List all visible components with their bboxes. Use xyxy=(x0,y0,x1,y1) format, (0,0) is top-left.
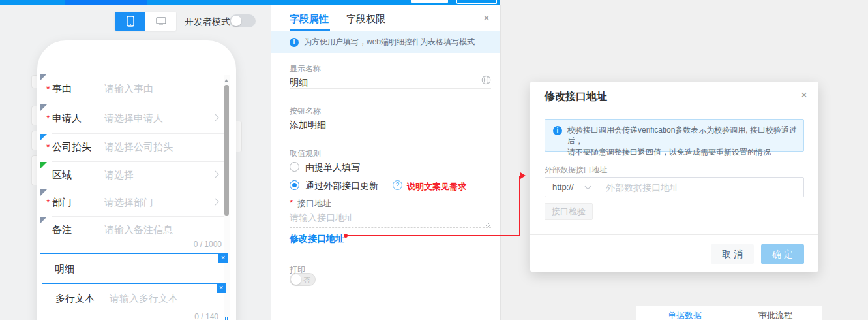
button-name-label: 按钮名称 xyxy=(290,106,321,117)
top-publish-button[interactable] xyxy=(456,0,497,4)
panel-close-icon[interactable]: × xyxy=(483,12,490,25)
active-tab-underline xyxy=(290,29,330,31)
field-row-quyu[interactable]: 区域 请选择 xyxy=(40,162,230,189)
detail-title-row[interactable]: 明细 xyxy=(40,254,227,283)
dialog-info-box: i 校验接口调用会传递verification参数表示为校验调用, 接口校验通过… xyxy=(545,119,804,152)
radio-filled-by-submitter[interactable] xyxy=(290,162,299,172)
dialog-close-icon[interactable]: × xyxy=(801,89,807,102)
developer-mode-label: 开发者模式 xyxy=(185,16,230,28)
field-placeholder: 请选择部门 xyxy=(104,197,153,209)
field-label: 申请人 xyxy=(52,112,82,125)
chevron-down-icon xyxy=(585,184,591,190)
toggle-off-text: 否 xyxy=(303,276,310,285)
field-placeholder: 请输入备注信息 xyxy=(104,224,173,236)
remove-field-button[interactable]: × xyxy=(218,253,228,263)
info-line-2: 请不要随意调整接口返回值，以免造成需要重新设置的情况 xyxy=(567,147,803,158)
scrollbar[interactable] xyxy=(224,75,230,317)
field-label: 事由 xyxy=(52,83,72,95)
remove-field-button[interactable]: × xyxy=(217,283,226,293)
field-marker xyxy=(40,189,47,196)
app-stage: 开发者模式 * 事由 请输入事由 * 申请人 请选择申请人 * 公司抬头 请选择… xyxy=(0,0,868,320)
print-toggle[interactable]: 否 xyxy=(290,273,316,286)
field-row-shiyou[interactable]: * 事由 请输入事由 xyxy=(40,74,230,104)
radio-label[interactable]: 通过外部接口更新 xyxy=(305,180,378,192)
developer-mode-toggle[interactable] xyxy=(230,14,256,27)
field-row-gongsitaitou[interactable]: * 公司抬头 请选择公司抬头 xyxy=(40,134,230,162)
question-help-icon[interactable]: ? xyxy=(393,180,402,190)
phone-side-button xyxy=(31,155,37,185)
display-name-input[interactable]: 明细 xyxy=(290,77,308,89)
dialog-footer-divider xyxy=(530,234,818,235)
tab-field-permissions[interactable]: 字段权限 xyxy=(346,13,385,25)
tab-form-data[interactable]: 单据数据 xyxy=(668,310,702,320)
external-api-input[interactable]: http:// 外部数据接口地址 xyxy=(545,177,804,197)
properties-panel: 字段属性 字段权限 × i 为方便用户填写，web端明细控件为表格填写模式 显示… xyxy=(271,5,501,320)
divider xyxy=(290,131,491,131)
textarea-bottom-border xyxy=(290,227,491,228)
annotation-arrow-line-vertical xyxy=(519,176,520,236)
protocol-value: http:// xyxy=(552,182,574,192)
field-label: 部门 xyxy=(52,197,72,209)
required-asterisk: * xyxy=(46,142,50,152)
field-row-bumen[interactable]: * 部门 请选择部门 xyxy=(40,189,230,217)
globe-icon[interactable] xyxy=(481,75,491,85)
phone-side-button xyxy=(31,131,37,150)
required-asterisk: * xyxy=(46,113,50,123)
monitor-icon xyxy=(156,17,166,25)
mobile-view-button[interactable] xyxy=(115,12,145,31)
api-verify-button[interactable]: 接口检验 xyxy=(545,203,593,220)
tab-approval-flow[interactable]: 审批流程 xyxy=(758,310,792,320)
field-label: 多行文本 xyxy=(55,293,95,305)
field-label: 公司抬头 xyxy=(52,141,91,153)
input-placeholder: 外部数据接口地址 xyxy=(606,182,679,194)
phone-side-button xyxy=(31,75,37,88)
red-note-text: 说明文案见需求 xyxy=(407,181,466,193)
radio-label[interactable]: 由提单人填写 xyxy=(305,162,360,174)
scroll-up-icon[interactable] xyxy=(224,79,228,82)
detail-group-selected[interactable]: × 明细 × 多行文本 请输入多行文本 0 / 140 xyxy=(40,253,228,320)
protocol-select[interactable]: http:// xyxy=(545,178,597,197)
top-nav-active-segment xyxy=(65,0,147,5)
field-label: 明细 xyxy=(55,263,74,276)
required-asterisk: * xyxy=(46,197,50,208)
toggle-knob xyxy=(231,16,241,26)
field-placeholder: 请输入事由 xyxy=(104,83,153,95)
device-switch xyxy=(115,12,176,31)
chevron-right-icon xyxy=(211,170,218,178)
dialog-title: 修改接口地址 xyxy=(545,90,607,104)
field-marker xyxy=(40,217,47,223)
background-tab-bar: 单据数据 审批流程 xyxy=(636,306,822,320)
chevron-right-icon xyxy=(211,198,218,205)
field-marker xyxy=(40,162,47,168)
annotation-arrow-head xyxy=(520,172,526,179)
phone-side-button xyxy=(236,121,242,152)
field-row-shenqingren[interactable]: * 申请人 请选择申请人 xyxy=(40,104,230,134)
textarea-field-selected[interactable]: × 多行文本 请输入多行文本 0 / 140 xyxy=(42,283,226,320)
display-name-label: 显示名称 xyxy=(290,63,321,74)
field-placeholder: 请输入多行文本 xyxy=(110,293,178,305)
tab-field-properties[interactable]: 字段属性 xyxy=(290,13,329,25)
char-counter: 0 / 140 xyxy=(194,312,218,320)
field-marker xyxy=(40,74,47,80)
cancel-button[interactable]: 取消 xyxy=(711,244,754,264)
top-save-button[interactable] xyxy=(411,0,448,3)
top-nav-bar xyxy=(0,0,500,5)
field-label: 备注 xyxy=(52,224,72,236)
field-row-beizhu[interactable]: 备注 请输入备注信息 0 / 1000 xyxy=(40,217,230,253)
phone-side-button xyxy=(31,106,37,125)
field-marker xyxy=(40,104,47,111)
api-address-textarea[interactable]: 请输入接口地址 xyxy=(290,212,353,224)
info-line-1: 校验接口调用会传递verification参数表示为校验调用, 接口校验通过后， xyxy=(567,125,803,147)
api-address-label: 接口地址 xyxy=(297,198,331,210)
desktop-view-button[interactable] xyxy=(145,12,176,31)
confirm-button[interactable]: 确定 xyxy=(761,244,804,264)
scrollbar-thumb[interactable] xyxy=(224,85,229,216)
modify-api-address-link[interactable]: 修改接口地址 xyxy=(290,233,344,245)
field-placeholder: 请选择申请人 xyxy=(104,112,163,125)
resize-grip-icon[interactable] xyxy=(485,221,491,227)
button-name-input[interactable]: 添加明细 xyxy=(290,120,326,131)
phone-icon xyxy=(127,16,134,27)
radio-external-api-update[interactable] xyxy=(290,180,299,190)
field-placeholder: 请选择公司抬头 xyxy=(104,141,173,153)
divider xyxy=(290,88,491,89)
